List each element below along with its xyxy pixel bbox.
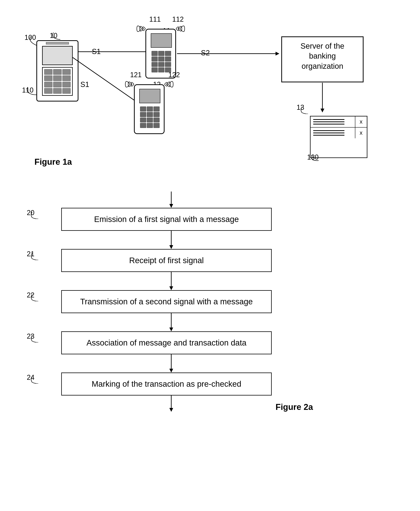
arrow-21-22 [168,272,174,291]
server-box: Server of the banking organization [281,36,364,82]
svg-marker-19 [169,408,173,412]
arrow-22-23 [168,313,174,332]
svg-marker-17 [169,369,173,372]
ref-111: 111 [149,15,161,23]
step-24-box: Marking of the transaction as pre-checke… [61,372,272,395]
ref-122: 122 [168,71,180,79]
arrow-20-21 [168,231,174,250]
svg-marker-7 [321,108,324,112]
step-20-box: Emission of a first signal with a messag… [61,208,272,231]
svg-marker-5 [276,52,279,55]
page: { "figure1a": { "label": "Figure 1a", "r… [0,0,420,511]
svg-marker-13 [169,286,173,290]
phone-12 [134,84,165,134]
ref-121: 121 [130,71,142,79]
arrow-s1-upper [78,49,151,54]
figure-2a: 20 Emission of a first signal with a mes… [11,192,375,498]
db-table: x x [310,116,368,158]
figure-1a: 100 10 110 S1 [11,11,375,174]
svg-marker-11 [169,245,173,249]
figure-1a-label: Figure 1a [34,157,72,167]
ref-112: 112 [172,15,184,23]
arrow-23-24 [168,354,174,373]
top-arrow [168,192,174,209]
svg-marker-9 [169,204,173,208]
arrow-server-db [320,83,325,113]
figure-2a-label: Figure 2a [276,402,313,412]
step-21-box: Receipt of first signal [61,249,272,272]
bottom-arrow [168,395,174,413]
svg-marker-15 [169,327,173,331]
arrow-s2 [177,51,280,56]
step-22-box: Transmission of a second signal with a m… [61,290,272,313]
step-23-box: Association of message and transaction d… [61,331,272,354]
